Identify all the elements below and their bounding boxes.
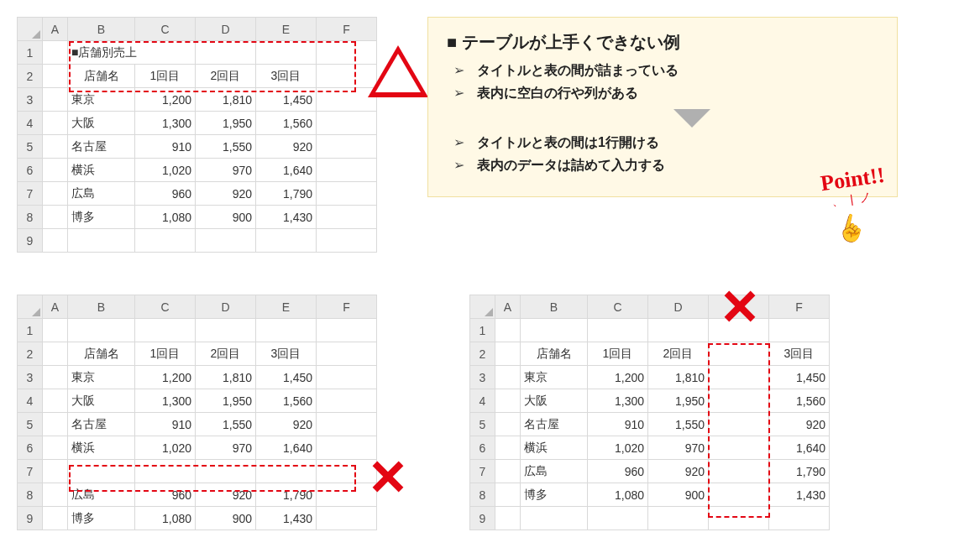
col-header-B[interactable]: B xyxy=(68,18,135,41)
cell-title[interactable]: ■店舗別売上 xyxy=(68,41,196,65)
cell[interactable]: 1,950 xyxy=(196,389,256,413)
row-header-3[interactable]: 3 xyxy=(18,88,43,112)
cell[interactable] xyxy=(588,319,648,342)
row-header-1[interactable]: 1 xyxy=(470,319,495,342)
row-header-7[interactable]: 7 xyxy=(18,460,43,483)
cell[interactable] xyxy=(317,483,377,507)
cell[interactable]: 1回目 xyxy=(588,342,648,366)
row-header-6[interactable]: 6 xyxy=(18,159,43,182)
cell[interactable]: 1,080 xyxy=(135,206,196,229)
cell[interactable] xyxy=(135,319,196,342)
cell[interactable] xyxy=(317,182,377,206)
cell[interactable] xyxy=(256,460,317,483)
cell[interactable] xyxy=(317,159,377,182)
col-header-B[interactable]: B xyxy=(68,295,135,319)
cell[interactable] xyxy=(68,229,135,253)
cell[interactable] xyxy=(256,41,317,65)
cell[interactable] xyxy=(495,460,521,483)
cell[interactable]: 1,550 xyxy=(196,135,256,159)
cell[interactable] xyxy=(68,460,135,483)
row-header-9[interactable]: 9 xyxy=(18,507,43,530)
cell[interactable]: 1,200 xyxy=(135,366,196,389)
col-header-C[interactable]: C xyxy=(135,18,196,41)
cell[interactable]: 900 xyxy=(196,507,256,530)
cell[interactable]: 920 xyxy=(196,483,256,507)
cell[interactable]: 1,810 xyxy=(196,88,256,112)
cell[interactable]: 東京 xyxy=(521,366,588,389)
cell[interactable]: 920 xyxy=(256,135,317,159)
cell[interactable]: 1,550 xyxy=(648,413,709,436)
cell[interactable]: 1,550 xyxy=(196,413,256,436)
cell[interactable]: 910 xyxy=(135,135,196,159)
cell[interactable] xyxy=(495,342,521,366)
cell[interactable]: 名古屋 xyxy=(68,413,135,436)
cell[interactable]: 920 xyxy=(256,413,317,436)
cell[interactable]: 920 xyxy=(196,182,256,206)
cell[interactable] xyxy=(521,319,588,342)
col-header-F[interactable]: F xyxy=(317,295,377,319)
cell[interactable]: 1,950 xyxy=(648,389,709,413)
col-header-F[interactable]: F xyxy=(769,295,830,319)
row-header-1[interactable]: 1 xyxy=(18,319,43,342)
cell[interactable]: 960 xyxy=(588,460,648,483)
row-header-3[interactable]: 3 xyxy=(18,366,43,389)
cell[interactable] xyxy=(317,366,377,389)
row-header-4[interactable]: 4 xyxy=(18,389,43,413)
col-header-D[interactable]: D xyxy=(648,295,709,319)
cell[interactable]: 1,020 xyxy=(135,159,196,182)
cell[interactable] xyxy=(769,507,830,530)
cell[interactable] xyxy=(317,389,377,413)
cell[interactable] xyxy=(68,319,135,342)
cell[interactable]: 1,640 xyxy=(256,436,317,460)
cell[interactable] xyxy=(495,389,521,413)
cell[interactable] xyxy=(43,88,68,112)
cell[interactable] xyxy=(43,65,68,88)
cell[interactable]: 店舗名 xyxy=(68,65,135,88)
cell[interactable]: 900 xyxy=(648,483,709,507)
cell[interactable] xyxy=(43,41,68,65)
cell[interactable] xyxy=(43,135,68,159)
cell[interactable]: 広島 xyxy=(68,182,135,206)
cell[interactable]: 広島 xyxy=(521,460,588,483)
cell[interactable] xyxy=(495,436,521,460)
cell[interactable] xyxy=(648,507,709,530)
cell[interactable] xyxy=(43,507,68,530)
cell[interactable]: 1回目 xyxy=(135,65,196,88)
cell[interactable] xyxy=(709,319,769,342)
cell[interactable] xyxy=(495,366,521,389)
cell[interactable] xyxy=(196,41,256,65)
cell[interactable] xyxy=(709,413,769,436)
cell[interactable]: 970 xyxy=(648,436,709,460)
cell[interactable]: 1,080 xyxy=(588,483,648,507)
cell[interactable] xyxy=(317,413,377,436)
row-header-5[interactable]: 5 xyxy=(470,413,495,436)
cell[interactable] xyxy=(43,182,68,206)
row-header-5[interactable]: 5 xyxy=(18,413,43,436)
cell[interactable] xyxy=(317,436,377,460)
cell[interactable]: 970 xyxy=(196,159,256,182)
row-header-9[interactable]: 9 xyxy=(470,507,495,530)
cell[interactable] xyxy=(317,65,377,88)
cell[interactable] xyxy=(43,206,68,229)
col-header-A[interactable]: A xyxy=(43,295,68,319)
col-header-F[interactable]: F xyxy=(317,18,377,41)
cell[interactable] xyxy=(256,229,317,253)
cell[interactable] xyxy=(709,507,769,530)
cell[interactable] xyxy=(709,366,769,389)
cell[interactable] xyxy=(317,460,377,483)
row-header-2[interactable]: 2 xyxy=(470,342,495,366)
cell[interactable]: 960 xyxy=(135,483,196,507)
row-header-6[interactable]: 6 xyxy=(470,436,495,460)
cell[interactable] xyxy=(648,319,709,342)
cell[interactable] xyxy=(317,342,377,366)
cell[interactable]: 1,560 xyxy=(769,389,830,413)
cell[interactable]: 1,200 xyxy=(588,366,648,389)
cell[interactable]: 970 xyxy=(196,436,256,460)
cell[interactable]: 博多 xyxy=(521,483,588,507)
cell[interactable]: 店舗名 xyxy=(521,342,588,366)
cell[interactable]: 1,450 xyxy=(769,366,830,389)
cell[interactable] xyxy=(43,159,68,182)
row-header-4[interactable]: 4 xyxy=(470,389,495,413)
col-header-D[interactable]: D xyxy=(196,295,256,319)
cell[interactable] xyxy=(43,342,68,366)
